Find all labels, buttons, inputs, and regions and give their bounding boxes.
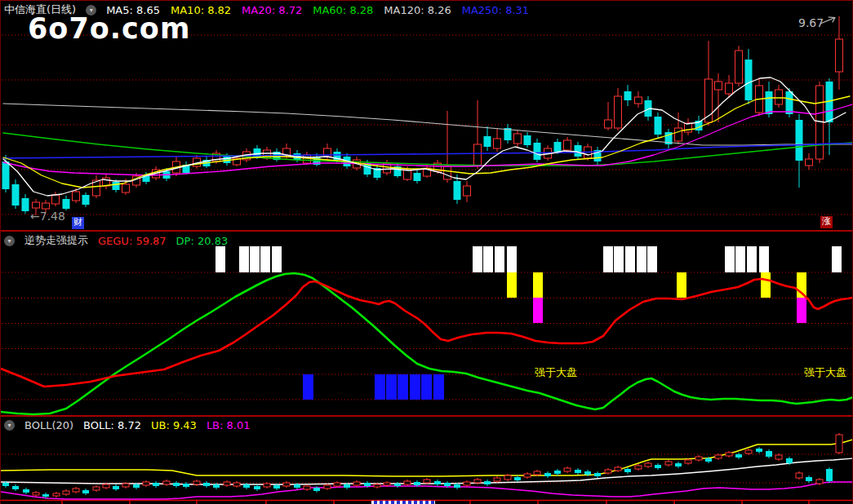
price-low-label: ←7.48 [30,210,65,223]
ub-value: UB: 9.43 [151,419,197,431]
ma-label: MA120: 8.26 [384,4,451,16]
boll-panel-header: ▾ BOLL(20) BOLL: 8.72 UB: 9.43 LB: 8.01 [4,419,251,431]
lb-value: LB: 8.01 [207,419,251,431]
selected-date-strip[interactable] [371,501,435,504]
finance-info-badge[interactable]: 财 [72,217,84,229]
ma-label: MA60: 8.28 [313,4,373,16]
rise-badge[interactable]: 涨 [820,216,833,228]
boll-title: BOLL(20) [24,419,73,431]
collapse-indicator-panel-icon[interactable]: ▾ [4,236,15,246]
price-high-label: 9.67 [798,16,824,29]
stronger-than-market-label: 强于大盘 [535,365,577,380]
ma-label: MA250: 8.31 [462,4,529,16]
collapse-boll-panel-icon[interactable]: ▾ [4,420,15,431]
watermark: 6o7o.com [28,12,190,45]
stronger-than-market-label: 强于大盘 [804,365,846,380]
boll-value: BOLL: 8.72 [83,419,141,431]
dp-value: DP: 20.83 [176,235,229,247]
indicator-title: 逆势走强提示 [24,233,88,248]
indicator-panel-header: ▾ 逆势走强提示 GEGU: 59.87 DP: 20.83 [4,233,228,248]
ma-label: MA20: 8.72 [242,4,302,16]
gegu-value: GEGU: 59.87 [98,235,167,247]
